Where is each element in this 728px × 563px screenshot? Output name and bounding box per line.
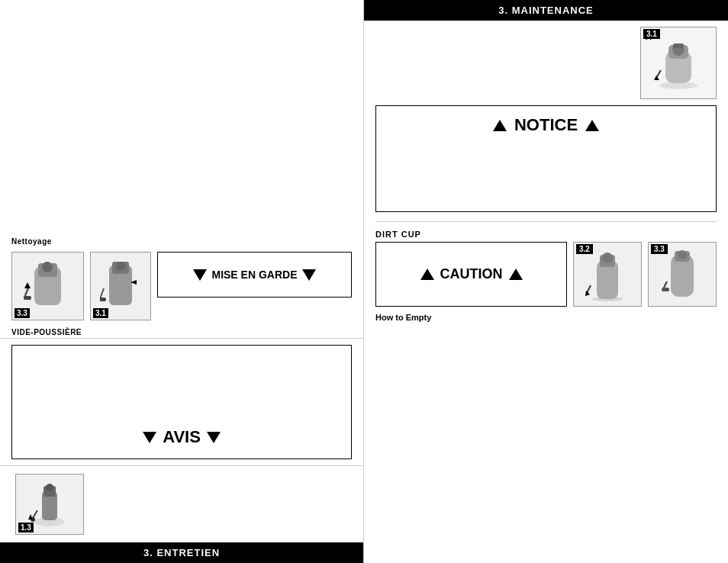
left-notice-section: AVIS bbox=[11, 345, 352, 459]
svg-rect-36 bbox=[662, 288, 669, 291]
svg-rect-23 bbox=[673, 43, 684, 48]
notice-triangle-up-icon-2 bbox=[585, 120, 599, 131]
left-column: 3. ENTRETIEN 1.3 bbox=[0, 0, 364, 563]
svg-marker-12 bbox=[24, 282, 31, 288]
right-column: 3. MAINTENANCE A 3.1 bbox=[364, 0, 728, 563]
right-fig33-box: 3.3 bbox=[648, 242, 717, 307]
right-fig32-label: 3.2 bbox=[576, 244, 593, 254]
left-images-row: 3.3 3.1 bbox=[0, 249, 363, 323]
svg-marker-25 bbox=[654, 76, 659, 80]
caution-box: CAUTION bbox=[375, 242, 567, 307]
right-header-bar: 3. MAINTENANCE bbox=[364, 0, 728, 21]
notice-content-area bbox=[388, 141, 704, 202]
mise-triangle-icon-2 bbox=[302, 269, 316, 281]
caution-figs-row: CAUTION 3.2 bbox=[375, 242, 717, 307]
right-fig31-area: A 3.1 bbox=[364, 21, 728, 99]
vacuum-fig33-right-svg bbox=[659, 247, 705, 302]
vide-label: VIDE-POUSSIÈRE bbox=[0, 325, 363, 338]
right-fig32-box: 3.2 bbox=[573, 242, 642, 307]
svg-marker-6 bbox=[28, 514, 33, 520]
left-spacer bbox=[0, 0, 363, 236]
triangle-down-icon bbox=[143, 432, 156, 443]
notice-triangle-up-icon bbox=[493, 120, 507, 131]
svg-rect-17 bbox=[100, 298, 106, 301]
nettoyage-label: Nettoyage bbox=[0, 236, 363, 249]
avis-title: AVIS bbox=[143, 427, 221, 447]
right-fig33-label: 3.3 bbox=[651, 244, 668, 254]
caution-title: CAUTION bbox=[420, 266, 523, 282]
left-fig31-label2: 3.1 bbox=[93, 308, 108, 318]
mise-triangle-icon bbox=[193, 269, 207, 281]
mise-en-garde-title: MISE EN GARDE bbox=[193, 269, 315, 281]
separator bbox=[375, 221, 717, 222]
notice-title: NOTICE bbox=[493, 115, 599, 135]
svg-line-30 bbox=[587, 285, 591, 293]
svg-point-34 bbox=[678, 250, 687, 259]
caution-triangle-icon bbox=[420, 269, 434, 280]
mise-en-garde-box: MISE EN GARDE bbox=[157, 252, 352, 298]
left-header-bar: 3. ENTRETIEN bbox=[0, 542, 363, 563]
left-fig33-box: 3.3 bbox=[11, 252, 84, 320]
dirt-cup-label: DIRT CUP bbox=[375, 230, 717, 239]
svg-rect-11 bbox=[24, 296, 31, 300]
how-empty-label: How to Empty bbox=[364, 310, 728, 325]
vacuum-fig31-top-svg bbox=[100, 259, 142, 313]
triangle-down-icon-2 bbox=[207, 432, 221, 443]
dirt-cup-section: DIRT CUP CAUTION bbox=[364, 225, 728, 307]
right-fig31-box: A 3.1 bbox=[640, 27, 717, 99]
svg-point-15 bbox=[116, 262, 125, 271]
left-fig31-label: 1.3 bbox=[18, 523, 34, 532]
svg-point-9 bbox=[42, 262, 53, 272]
caution-triangle-icon-2 bbox=[509, 269, 523, 280]
vacuum-fig33-svg bbox=[23, 259, 72, 313]
right-fig31-label: 3.1 bbox=[643, 29, 660, 39]
left-fig31-top-box: 3.1 bbox=[90, 252, 151, 320]
svg-point-29 bbox=[602, 253, 613, 263]
vacuum-fig32-svg bbox=[585, 247, 630, 302]
svg-line-4 bbox=[33, 510, 37, 518]
svg-point-3 bbox=[46, 484, 53, 491]
left-fig31-box: 1.3 bbox=[15, 474, 84, 535]
notice-section: NOTICE bbox=[375, 105, 717, 212]
left-top-area: VIDE-POUSSIÈRE 3.3 bbox=[0, 236, 363, 339]
left-fig31-section: 1.3 bbox=[0, 465, 363, 542]
right-spacer bbox=[364, 325, 728, 563]
svg-line-16 bbox=[100, 288, 104, 299]
vacuum-fig31-left-svg bbox=[27, 480, 72, 529]
vacuum-fig31-right-svg bbox=[652, 36, 705, 91]
left-fig33-label: 3.3 bbox=[14, 308, 30, 318]
